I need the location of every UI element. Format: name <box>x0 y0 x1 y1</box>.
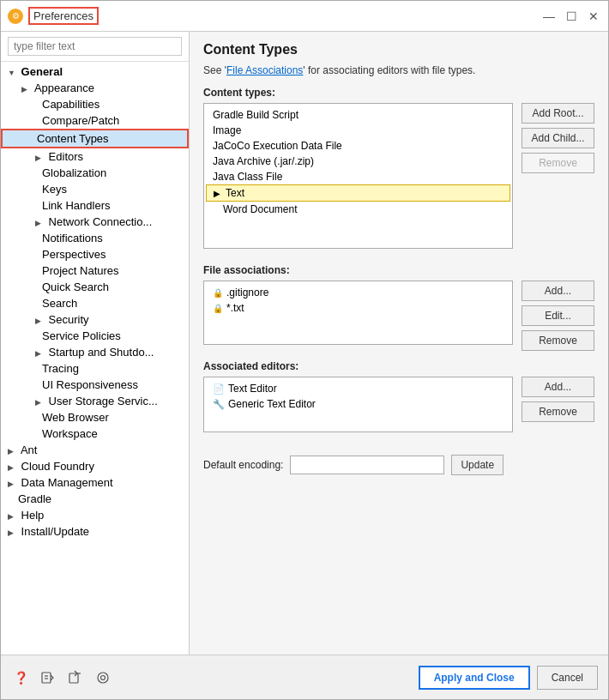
tree-item-link-handlers[interactable]: Link Handlers <box>1 197 189 214</box>
expand-icon-user-storage: ▶ <box>35 398 45 407</box>
ae-text-editor[interactable]: 📄 Text Editor <box>206 381 510 396</box>
expand-icon-cloud-foundry: ▶ <box>8 463 18 472</box>
add-child-button[interactable]: Add Child... <box>522 128 594 148</box>
svg-point-5 <box>98 673 108 683</box>
fa-add-button[interactable]: Add... <box>522 281 594 301</box>
tree-item-cloud-foundry[interactable]: ▶ Cloud Foundry <box>1 458 189 474</box>
fa-txt[interactable]: 🔒 *.txt <box>206 300 510 316</box>
file-associations-link[interactable]: File Associations <box>226 64 303 76</box>
tree-item-globalization[interactable]: Globalization <box>1 165 189 181</box>
tree-item-perspectives[interactable]: Perspectives <box>1 246 189 262</box>
ae-text-editor-icon: 📄 <box>213 383 225 395</box>
restore-defaults-icon[interactable] <box>39 668 57 687</box>
add-root-button[interactable]: Add Root... <box>522 103 594 124</box>
ae-remove-button[interactable]: Remove <box>522 401 594 422</box>
expand-icon-help: ▶ <box>8 512 18 521</box>
expand-arrow-text: ▶ <box>214 189 220 198</box>
ct-word-doc[interactable]: Word Document <box>206 202 510 217</box>
ct-text[interactable]: ▶ Text <box>206 184 510 202</box>
content-types-list-section: Gradle Build Script Image JaCoCo Executi… <box>203 103 513 256</box>
tree-item-network-connection[interactable]: ▶ Network Connectio... <box>1 214 189 230</box>
tree-item-security[interactable]: ▶ Security <box>1 311 189 328</box>
encoding-label: Default encoding: <box>203 459 283 471</box>
tree-item-data-management[interactable]: ▶ Data Management <box>1 474 189 491</box>
tree-item-install-update[interactable]: ▶ Install/Update <box>1 523 189 540</box>
close-button[interactable]: ✕ <box>586 9 601 24</box>
expand-icon-general: ▼ <box>8 69 18 77</box>
expand-icon-editors: ▶ <box>35 154 45 162</box>
tree-item-web-browser[interactable]: Web Browser <box>1 409 189 425</box>
help-icon[interactable]: ❓ <box>11 668 30 687</box>
tree-item-editors[interactable]: ▶ Editors <box>1 148 189 165</box>
export-icon[interactable] <box>66 668 85 687</box>
tree-item-general[interactable]: ▼ General <box>1 62 189 80</box>
tree-item-quick-search[interactable]: Quick Search <box>1 279 189 295</box>
tree-item-workspace[interactable]: Workspace <box>1 425 189 442</box>
svg-point-6 <box>101 675 106 679</box>
ae-add-button[interactable]: Add... <box>522 377 594 397</box>
ct-java-archive[interactable]: Java Archive (.jar/.zip) <box>206 154 510 169</box>
apply-close-button[interactable]: Apply and Close <box>419 666 530 690</box>
content-types-listbox: Gradle Build Script Image JaCoCo Executi… <box>203 103 513 249</box>
encoding-input[interactable] <box>290 456 444 474</box>
filter-input[interactable] <box>8 37 182 56</box>
ct-gradle-build[interactable]: Gradle Build Script <box>206 107 510 123</box>
expand-icon-startup: ▶ <box>35 349 45 358</box>
tree-item-tracing[interactable]: Tracing <box>1 360 189 377</box>
fa-gitignore[interactable]: 🔒 .gitignore <box>206 285 510 300</box>
ct-jacoco[interactable]: JaCoCo Execution Data File <box>206 138 510 154</box>
tree-item-appearance[interactable]: ▶ Appearance <box>1 80 189 96</box>
cancel-button[interactable]: Cancel <box>537 666 598 690</box>
ae-text-editor-label: Text Editor <box>228 383 277 395</box>
bottom-left-icons: ❓ <box>11 668 112 687</box>
tree-item-keys[interactable]: Keys <box>1 181 189 197</box>
fa-remove-button[interactable]: Remove <box>522 330 594 351</box>
associated-editors-list-section: 📄 Text Editor 🔧 Generic Text Editor <box>203 377 513 439</box>
right-panel: Content Types See 'File Associations' fo… <box>190 32 608 655</box>
tree-item-notifications[interactable]: Notifications <box>1 230 189 246</box>
expand-icon-data-management: ▶ <box>8 480 18 488</box>
minimize-button[interactable]: — <box>541 9 557 24</box>
file-associations-listbox: 🔒 .gitignore 🔒 *.txt <box>203 281 513 345</box>
associated-editors-label: Associated editors: <box>203 360 594 372</box>
file-associations-label: File associations: <box>203 264 594 276</box>
tree-item-service-policies[interactable]: Service Policies <box>1 328 189 344</box>
tree-item-ant[interactable]: ▶ Ant <box>1 442 189 458</box>
tree-item-capabilities[interactable]: Capabilities <box>1 96 189 112</box>
encoding-row: Default encoding: Update <box>203 455 594 475</box>
window-controls: — ☐ ✕ <box>541 9 601 24</box>
section-title: Content Types <box>203 42 594 57</box>
ae-generic-text-label: Generic Text Editor <box>228 398 316 410</box>
tree-item-ui-responsiveness[interactable]: UI Responsiveness <box>1 377 189 393</box>
fa-gitignore-icon: 🔒 <box>213 288 223 298</box>
expand-icon-install-update: ▶ <box>8 528 18 537</box>
tree-item-search[interactable]: Search <box>1 295 189 311</box>
settings-icon[interactable] <box>93 668 112 687</box>
tree-item-user-storage[interactable]: ▶ User Storage Servic... <box>1 393 189 409</box>
bottom-right-buttons: Apply and Close Cancel <box>419 666 598 690</box>
ct-remove-button[interactable]: Remove <box>522 153 594 173</box>
update-button[interactable]: Update <box>451 455 503 475</box>
svg-rect-0 <box>42 673 51 683</box>
ae-generic-text-icon: 🔧 <box>213 399 225 410</box>
associated-editors-listbox: 📄 Text Editor 🔧 Generic Text Editor <box>203 377 513 432</box>
tree-item-gradle[interactable]: Gradle <box>1 491 189 507</box>
tree-item-startup-shutdown[interactable]: ▶ Startup and Shutdo... <box>1 344 189 360</box>
content-types-section: Gradle Build Script Image JaCoCo Executi… <box>203 103 594 256</box>
fa-edit-button[interactable]: Edit... <box>522 305 594 326</box>
file-associations-section: 🔒 .gitignore 🔒 *.txt Add... Edit... Remo… <box>203 281 594 352</box>
title-bar: ⚙ Preferences — ☐ ✕ <box>1 1 608 32</box>
ct-java-class[interactable]: Java Class File <box>206 169 510 184</box>
tree-item-project-natures[interactable]: Project Natures <box>1 262 189 279</box>
ct-image[interactable]: Image <box>206 123 510 138</box>
maximize-button[interactable]: ☐ <box>564 9 579 24</box>
tree-item-compare-patch[interactable]: Compare/Patch <box>1 112 189 129</box>
associated-editors-buttons: Add... Remove <box>522 377 594 439</box>
preferences-icon: ⚙ <box>8 9 23 24</box>
left-panel: ▼ General ▶ Appearance Capabilities Comp… <box>1 32 190 655</box>
ae-generic-text[interactable]: 🔧 Generic Text Editor <box>206 396 510 412</box>
tree-item-help[interactable]: ▶ Help <box>1 507 189 523</box>
tree-item-content-types[interactable]: Content Types <box>1 129 189 148</box>
content-area: ▼ General ▶ Appearance Capabilities Comp… <box>1 32 608 655</box>
description-line: See 'File Associations' for associating … <box>203 64 594 76</box>
